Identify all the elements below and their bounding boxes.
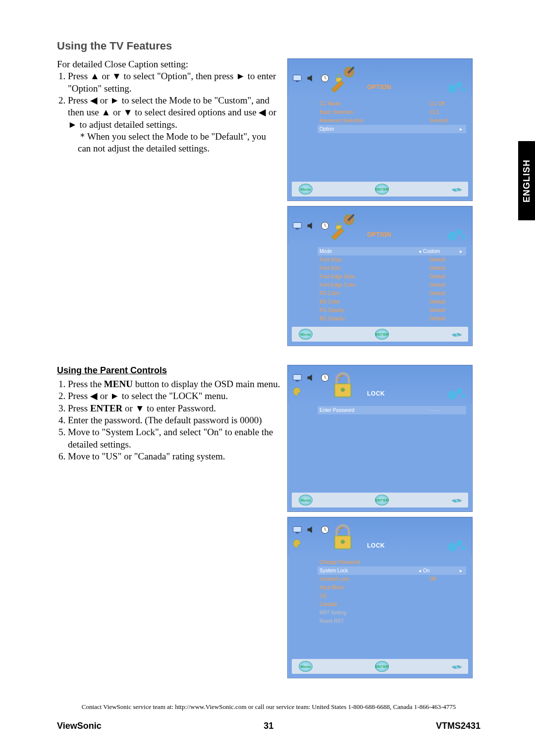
palette-icon (292, 386, 303, 397)
nav-arrows-icon: ◂▴▾▸ (451, 185, 461, 193)
svg-rect-1 (296, 81, 299, 82)
svg-point-34 (456, 540, 462, 546)
right-arrow-icon: ► (110, 95, 119, 105)
enter-pill-icon: ENTER (375, 495, 389, 505)
svg-rect-19 (296, 381, 299, 382)
page-footer: ViewSonic 31 VTMS2431 (57, 721, 481, 731)
monitor-icon (292, 220, 303, 231)
osd-title: LOCK (367, 390, 385, 397)
menu-pill-icon: Menu (299, 495, 313, 505)
left-arrow-icon: ◀ (90, 95, 98, 105)
nav-arrows-icon: ◂▴▾▸ (451, 496, 461, 504)
svg-rect-0 (293, 75, 302, 81)
step-2: Press ◀ or ► to select the Mode to be "C… (68, 95, 280, 155)
subsection-heading: Using the Parent Controls (57, 365, 280, 376)
brand-label: ViewSonic (57, 721, 102, 731)
osd-footer: Menu ENTER ◂▴▾▸ (292, 659, 468, 674)
svg-rect-27 (293, 527, 302, 532)
svg-point-35 (462, 546, 466, 550)
section-heading: Using the TV Features (57, 40, 481, 52)
osd-footer: Menu ENTER ◂▴▾▸ (292, 493, 468, 507)
osd-panel-lock-1: LOCK Enter Password- - - - Menu ENTER ◂▴… (287, 365, 473, 512)
up-arrow-icon: ▲ (102, 107, 111, 117)
bubbles-icon (447, 80, 467, 95)
svg-point-6 (448, 84, 457, 93)
osd-list: Mode◂Custom▸ Font StyleDefault Font Size… (288, 245, 472, 324)
osd-panel-option-1: OPTION CC ModeCC Off Basic SelectionCC1 … (287, 58, 473, 201)
osd-list: Enter Password- - - - (288, 404, 472, 490)
osd-column-2: LOCK Enter Password- - - - Menu ENTER ◂▴… (287, 365, 481, 683)
intro-text: For detailed Close Caption setting: (57, 58, 280, 70)
svg-point-23 (341, 388, 345, 392)
left-arrow-icon: ◀ (259, 107, 266, 117)
osd-footer: Menu ENTER ◂▴▾▸ (292, 327, 468, 342)
manual-page: ENGLISH Using the TV Features For detail… (0, 0, 535, 751)
pc-step-3: Press ENTER or ▼ to enter Password. (68, 403, 280, 414)
down-arrow-icon: ▼ (123, 107, 133, 117)
osd-panel-option-2: OPTION Mode◂Custom▸ Font StyleDefault Fo… (287, 206, 473, 346)
svg-point-26 (462, 394, 466, 398)
lock-icon (326, 368, 359, 401)
pc-step-5: Move to "System Lock", and select "On" t… (68, 426, 280, 451)
svg-point-17 (462, 235, 466, 239)
svg-rect-9 (293, 223, 302, 228)
svg-rect-28 (296, 533, 299, 534)
down-arrow-icon: ▼ (112, 71, 121, 81)
svg-point-16 (456, 229, 462, 235)
pc-step-2: Press ◀ or ► to select the "LOCK" menu. (68, 390, 280, 402)
lock-icon (326, 520, 359, 553)
svg-point-24 (448, 391, 457, 400)
tools-icon (326, 209, 359, 242)
osd-list: Change Password System Lock◂On▸ Unrated … (288, 556, 472, 656)
monitor-icon (292, 524, 303, 535)
svg-point-8 (462, 88, 466, 92)
osd-title: OPTION (367, 84, 391, 91)
palette-icon (292, 538, 303, 549)
enter-pill-icon: ENTER (375, 329, 389, 340)
svg-point-15 (448, 232, 457, 241)
enter-pill-icon: ENTER (375, 661, 389, 672)
up-arrow-icon: ▲ (90, 71, 100, 81)
osd-title: LOCK (367, 542, 385, 549)
menu-pill-icon: Menu (299, 329, 313, 340)
osd-panel-lock-2: LOCK Change Password System Lock◂On▸ Unr… (287, 517, 473, 678)
right-caret-icon: ▸ (458, 126, 464, 132)
down-arrow-icon: ▼ (135, 403, 145, 413)
enter-pill-icon: ENTER (375, 184, 389, 195)
svg-point-33 (448, 543, 457, 552)
nav-arrows-icon: ◂▴▾▸ (451, 662, 461, 670)
svg-point-32 (341, 540, 345, 544)
monitor-icon (292, 372, 303, 383)
speaker-icon (306, 372, 317, 383)
menu-pill-icon: Menu (299, 184, 313, 195)
speaker-icon (306, 73, 317, 84)
bubbles-icon (447, 538, 467, 553)
monitor-icon (292, 73, 303, 84)
instructions-block-2: Using the Parent Controls Press the MENU… (57, 365, 280, 462)
pc-step-1: Press the MENU button to display the OSD… (68, 378, 280, 390)
page-number: 31 (264, 721, 273, 731)
step-2-note: ＊When you select the Mode to be "Default… (78, 131, 280, 155)
speaker-icon (306, 220, 317, 231)
pc-step-6: Move to "US" or "Canada" rating system. (68, 451, 280, 462)
svg-point-25 (456, 388, 462, 394)
contact-footer: Contact ViewSonic service team at: http:… (57, 703, 481, 711)
model-label: VTMS2431 (436, 721, 481, 731)
osd-footer: Menu ENTER ◂▴▾▸ (292, 182, 468, 197)
tools-icon (326, 62, 359, 95)
speaker-icon (306, 524, 317, 535)
left-arrow-icon: ◀ (90, 391, 98, 401)
svg-rect-18 (293, 375, 302, 380)
right-arrow-icon: ► (68, 119, 77, 130)
osd-title: OPTION (367, 231, 391, 238)
bubbles-icon (447, 386, 467, 401)
pc-step-4: Enter the password. (The default passwor… (68, 414, 280, 426)
instructions-block-1: For detailed Close Caption setting: Pres… (57, 58, 280, 155)
bubbles-icon (447, 227, 467, 242)
osd-list: CC ModeCC Off Basic SelectionCC1 Advance… (288, 98, 472, 179)
menu-pill-icon: Menu (299, 661, 313, 672)
right-arrow-icon: ► (110, 391, 119, 401)
right-arrow-icon: ► (236, 71, 245, 81)
language-tab: ENGLISH (518, 141, 535, 220)
step-1: Press ▲ or ▼ to select "Option", then pr… (68, 70, 280, 95)
